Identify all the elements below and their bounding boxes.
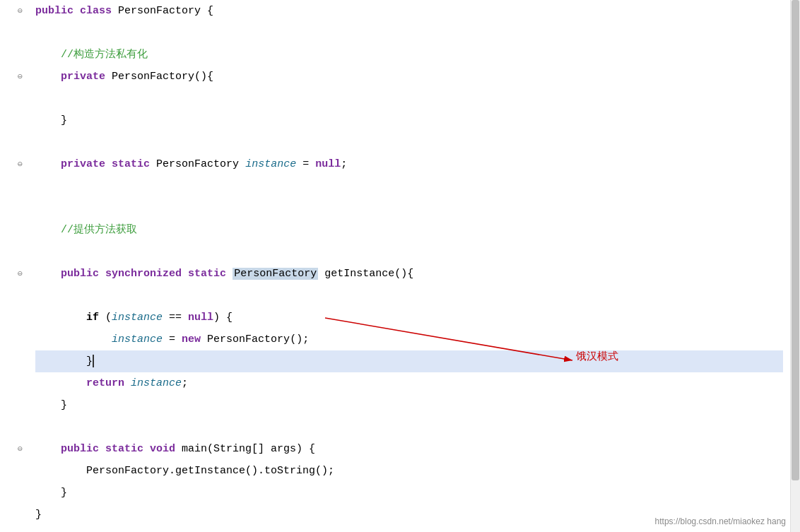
code-line: } [35,394,783,416]
code-line [35,241,783,263]
code-area: public class PersonFactory { //构造方法私有化 p… [28,0,790,532]
line-number [0,88,23,110]
line-number: ⊖ [0,153,23,175]
line-number [0,22,23,44]
line-number [0,110,23,131]
line-number [0,329,23,350]
line-number [0,460,23,482]
line-number [0,394,23,416]
code-line: public class PersonFactory { [35,0,783,22]
code-line: instance = new PersonFactory(); [35,329,783,350]
code-line: //提供方法获取 [35,219,783,241]
line-number [0,504,23,526]
line-number [0,285,23,307]
code-line [35,285,783,307]
line-number: ⊖ [0,263,23,285]
code-line [35,131,783,153]
line-number [0,175,23,197]
line-number: ⊖ [0,438,23,460]
line-number [0,131,23,153]
line-number [0,416,23,438]
line-number: ⊖ [0,66,23,88]
code-line: if (instance == null) { [35,307,783,329]
line-number [0,482,23,504]
code-line [35,175,783,197]
code-line: private PersonFactory(){ [35,66,783,88]
code-line: } [35,110,783,131]
code-line: public synchronized static PersonFactory… [35,263,783,285]
line-number [0,44,23,66]
code-line: public static void main(String[] args) { [35,438,783,460]
watermark: https://blog.csdn.net/miaokez hang [655,516,786,526]
code-editor: ⊖⊖⊖⊖⊖ public class PersonFactory { //构造方… [0,0,800,532]
line-number [0,350,23,372]
scrollbar[interactable] [790,0,800,532]
code-line: } [35,350,783,372]
code-line: //构造方法私有化 [35,44,783,66]
code-line: PersonFactory.getInstance().toString(); [35,460,783,482]
line-number [0,372,23,394]
code-line [35,416,783,438]
code-line: return instance; [35,372,783,394]
scrollbar-thumb[interactable] [792,0,799,480]
code-line [35,22,783,44]
line-number [0,197,23,219]
code-line [35,88,783,110]
code-line: private static PersonFactory instance = … [35,153,783,175]
line-numbers: ⊖⊖⊖⊖⊖ [0,0,28,532]
line-number [0,307,23,329]
line-number [0,241,23,263]
code-line: } [35,482,783,504]
line-number: ⊖ [0,0,23,22]
code-line [35,197,783,219]
line-number [0,219,23,241]
annotation-label: 饿汉模式 [576,350,618,363]
